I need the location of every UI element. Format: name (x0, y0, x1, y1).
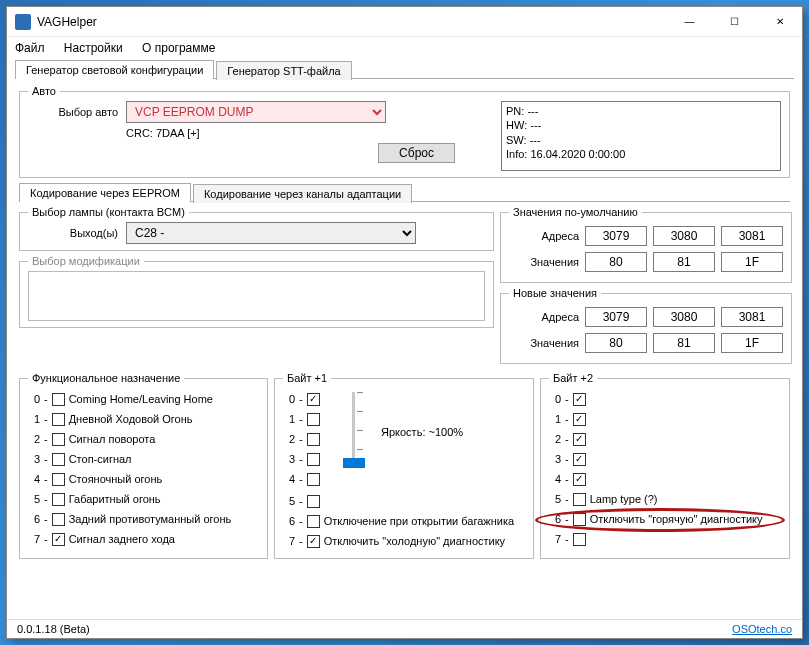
bit-index: 0 (549, 393, 561, 405)
byte2-item-3: 3- (549, 450, 781, 468)
output-select[interactable]: C28 - (126, 222, 416, 244)
minimize-button[interactable]: — (667, 7, 712, 37)
bit-index: 1 (28, 413, 40, 425)
output-label: Выход(ы) (28, 227, 118, 239)
func-item-3: 3-Стоп-сигнал (28, 450, 259, 468)
byte1-item-6: 6-Отключение при открытии багажника (283, 512, 525, 530)
byte1-item-4: 4- (283, 470, 329, 488)
window-title: VAGHelper (37, 15, 667, 29)
subtab-channels[interactable]: Кодирование через каналы адаптации (193, 184, 412, 203)
bit-index: 5 (283, 495, 295, 507)
car-select[interactable]: VCP EEPROM DUMP (126, 101, 386, 123)
new-addr-0: 3079 (585, 307, 647, 327)
checkbox[interactable] (307, 393, 320, 406)
new-addr-2: 3081 (721, 307, 783, 327)
func-item-4: 4-Стояночный огонь (28, 470, 259, 488)
menu-about[interactable]: О программе (142, 41, 215, 55)
bit-index: 6 (28, 513, 40, 525)
checkbox[interactable] (52, 433, 65, 446)
checkbox[interactable] (573, 473, 586, 486)
checkbox[interactable] (307, 433, 320, 446)
checkbox[interactable] (573, 493, 586, 506)
checkbox[interactable] (52, 493, 65, 506)
reset-button[interactable]: Сброс (378, 143, 455, 163)
checkbox-label: Стоп-сигнал (69, 453, 132, 465)
byte1-item-3: 3- (283, 450, 329, 468)
checkbox[interactable] (52, 413, 65, 426)
bit-index: 7 (28, 533, 40, 545)
checkbox[interactable] (52, 393, 65, 406)
byte2-item-1: 1- (549, 410, 781, 428)
func-item-2: 2-Сигнал поворота (28, 430, 259, 448)
content: Авто Выбор авто VCP EEPROM DUMP CRC: 7DA… (7, 79, 802, 619)
auto-legend: Авто (28, 85, 60, 97)
subtab-eeprom[interactable]: Кодирование через EEPROM (19, 183, 191, 202)
checkbox-label: Стояночный огонь (69, 473, 163, 485)
menu-settings[interactable]: Настройки (64, 41, 123, 55)
checkbox-label: Габаритный огонь (69, 493, 161, 505)
func-item-0: 0-Coming Home/Leaving Home (28, 390, 259, 408)
func-item-7: 7-Сигнал заднего хода (28, 530, 259, 548)
menubar: Файл Настройки О программе (7, 37, 802, 59)
checkbox[interactable] (52, 513, 65, 526)
new-val-label: Значения (509, 337, 579, 349)
checkbox[interactable] (307, 495, 320, 508)
bit-index: 0 (283, 393, 295, 405)
defaults-group: Значения по-умолчанию Адреса 3079 3080 3… (500, 206, 792, 283)
checkbox[interactable] (573, 453, 586, 466)
func-legend: Функциональное назначение (28, 372, 184, 384)
lamp-legend: Выбор лампы (контакта BCM) (28, 206, 189, 218)
checkbox[interactable] (307, 515, 320, 528)
bit-index: 4 (549, 473, 561, 485)
checkbox[interactable] (52, 473, 65, 486)
bit-index: 7 (283, 535, 295, 547)
info-box: PN: --- HW: --- SW: --- Info: 16.04.2020… (501, 101, 781, 171)
brightness-slider[interactable] (343, 392, 373, 468)
checkbox[interactable] (307, 413, 320, 426)
new-val-0: 80 (585, 333, 647, 353)
func-item-1: 1-Дневной Ходовой Огонь (28, 410, 259, 428)
checkbox[interactable] (573, 513, 586, 526)
checkbox[interactable] (573, 533, 586, 546)
menu-file[interactable]: Файл (15, 41, 45, 55)
checkbox[interactable] (52, 533, 65, 546)
maximize-button[interactable]: ☐ (712, 7, 757, 37)
checkbox[interactable] (573, 393, 586, 406)
checkbox[interactable] (573, 413, 586, 426)
def-val-2: 1F (721, 252, 783, 272)
new-addr-label: Адреса (509, 311, 579, 323)
bit-index: 5 (549, 493, 561, 505)
checkbox[interactable] (573, 433, 586, 446)
app-window: VAGHelper — ☐ ✕ Файл Настройки О програм… (6, 6, 803, 639)
mod-legend: Выбор модификации (28, 255, 144, 267)
tab-stt-file[interactable]: Генератор STT-файла (216, 61, 351, 80)
info-sw: SW: --- (506, 133, 776, 147)
checkbox[interactable] (307, 535, 320, 548)
checkbox-label: Отключить "горячую" диагностику (590, 513, 763, 525)
byte1-item-7: 7-Отключить "холодную" диагностику (283, 532, 525, 550)
checkbox[interactable] (307, 453, 320, 466)
byte1-group: Байт +1 0-1-2-3-4- (274, 372, 534, 559)
checkbox-label: Отключить "холодную" диагностику (324, 535, 505, 547)
info-date: Info: 16.04.2020 0:00:00 (506, 147, 776, 161)
checkbox[interactable] (307, 473, 320, 486)
byte1-legend: Байт +1 (283, 372, 331, 384)
bit-index: 7 (549, 533, 561, 545)
bit-index: 2 (549, 433, 561, 445)
func-group: Функциональное назначение 0-Coming Home/… (19, 372, 268, 559)
bit-index: 0 (28, 393, 40, 405)
bit-index: 2 (28, 433, 40, 445)
close-button[interactable]: ✕ (757, 7, 802, 37)
checkbox[interactable] (52, 453, 65, 466)
bit-index: 2 (283, 433, 295, 445)
tab-light-config[interactable]: Генератор световой конфигурации (15, 60, 214, 79)
bit-index: 3 (283, 453, 295, 465)
bit-index: 4 (28, 473, 40, 485)
lamp-group: Выбор лампы (контакта BCM) Выход(ы) C28 … (19, 206, 494, 251)
vendor-link[interactable]: OSOtech.co (732, 623, 792, 635)
checkbox-label: Отключение при открытии багажника (324, 515, 514, 527)
checkbox-label: Lamp type (?) (590, 493, 658, 505)
byte2-item-2: 2- (549, 430, 781, 448)
bit-index: 4 (283, 473, 295, 485)
titlebar: VAGHelper — ☐ ✕ (7, 7, 802, 37)
